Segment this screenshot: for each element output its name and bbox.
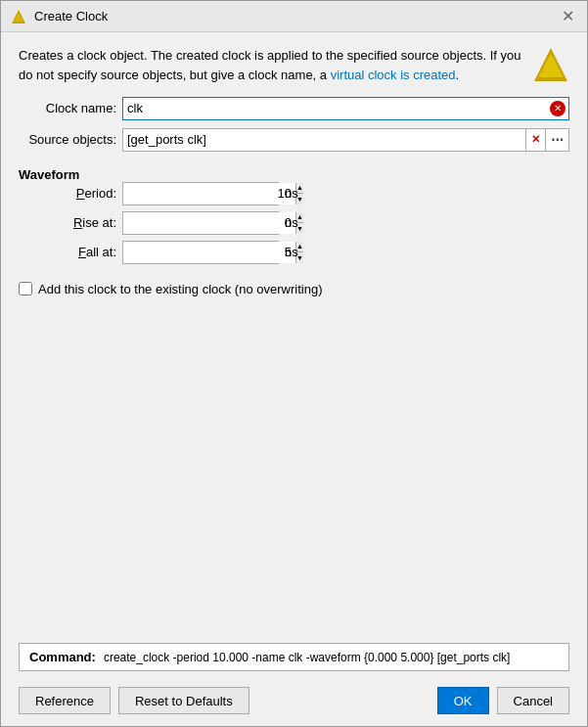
command-row: Command: create_clock -period 10.000 -na… [19,643,569,671]
clock-name-input[interactable] [122,97,569,120]
period-label: Period: [19,186,116,201]
fall-underline: F [78,245,86,259]
ok-button[interactable]: OK [437,687,489,714]
rise-at-label: Rise at: [19,215,116,230]
browse-dots: ⋯ [551,132,564,147]
waveform-section: Waveform Period: ▲ ▼ ns [19,163,569,264]
close-button[interactable]: ✕ [558,7,577,26]
rise-at-input[interactable] [123,212,295,234]
add-clock-checkbox[interactable] [19,282,32,295]
create-clock-dialog: Create Clock ✕ Creates a clock object. T… [0,0,588,727]
source-objects-clear-button[interactable]: ✕ [525,129,545,151]
period-input[interactable] [123,183,295,204]
period-unit: ns [285,186,298,201]
waveform-label: Waveform [19,167,569,182]
button-row: Reference Reset to Defaults OK Cancel [1,679,587,726]
checkbox-row: Add this clock to the existing clock (no… [19,282,569,296]
checkbox-label: Add this clock to the existing clock (no… [38,282,322,296]
source-objects-browse-button[interactable]: ⋯ [545,129,568,151]
clock-name-label: Clock name: [19,101,116,115]
vivado-logo [532,46,569,83]
waveform-fields: Period: ▲ ▼ ns Rise at: [19,182,569,264]
svg-marker-3 [538,54,564,77]
command-label: Command: [29,650,96,664]
app-icon [11,9,26,24]
reference-button[interactable]: Reference [19,687,111,714]
form-section: Clock name: ✕ Source objects: ✕ ⋯ [19,97,569,152]
source-objects-input-wrapper: ✕ ⋯ [122,128,569,152]
reset-defaults-button[interactable]: Reset to Defaults [118,687,249,714]
fall-at-input[interactable] [123,242,295,263]
source-x-icon: ✕ [531,133,540,146]
clock-name-input-wrapper: ✕ [122,97,569,120]
description-text: Creates a clock object. The created cloc… [19,46,522,85]
rise-at-unit: ns [285,215,298,230]
period-spinner-wrapper: ▲ ▼ [122,182,279,205]
fall-at-unit: ns [285,245,298,259]
rise-at-spinner-wrapper: ▲ ▼ [122,211,279,235]
fall-at-spinner-wrapper: ▲ ▼ [122,241,279,264]
clock-name-row: Clock name: ✕ [19,97,569,120]
cancel-button[interactable]: Cancel [497,687,569,714]
source-objects-label: Source objects: [19,132,116,147]
fall-at-row: Fall at: ▲ ▼ ns [19,241,569,264]
period-row: Period: ▲ ▼ ns [19,182,569,205]
rise-at-row: Rise at: ▲ ▼ ns [19,211,569,235]
command-text: create_clock -period 10.000 -name clk -w… [104,651,511,664]
fall-at-label: Fall at: [19,245,116,259]
dialog-title: Create Clock [34,9,108,23]
title-bar-left: Create Clock [11,9,108,24]
source-objects-input[interactable] [123,129,525,151]
rise-underline: R [73,215,82,230]
description-row: Creates a clock object. The created cloc… [19,46,569,85]
dialog-body: Creates a clock object. The created cloc… [1,32,587,643]
source-objects-row: Source objects: ✕ ⋯ [19,128,569,152]
clock-name-clear-button[interactable]: ✕ [550,101,565,116]
body-spacer [19,308,569,630]
title-bar: Create Clock ✕ [1,1,587,32]
